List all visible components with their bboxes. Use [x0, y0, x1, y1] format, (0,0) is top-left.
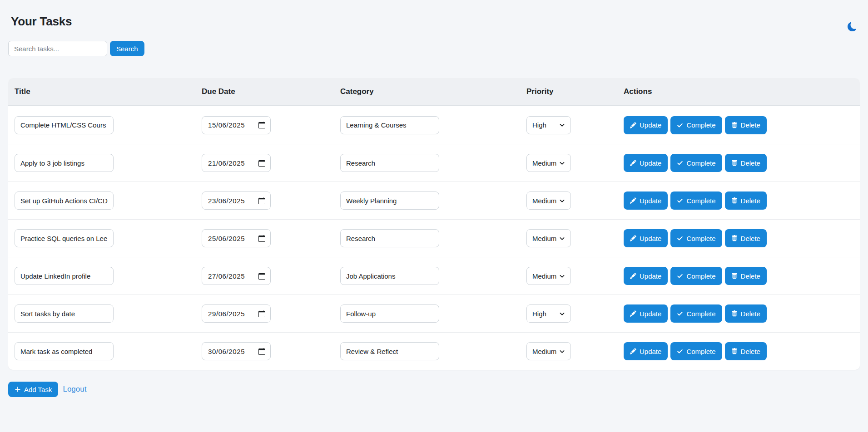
- task-title-input[interactable]: [15, 267, 114, 285]
- delete-label: Delete: [741, 310, 760, 318]
- pencil-icon: [630, 197, 636, 204]
- delete-button[interactable]: Delete: [725, 342, 767, 360]
- page-title: Your Tasks: [11, 14, 857, 29]
- task-title-input[interactable]: [15, 154, 114, 172]
- actions-cell: Update Complete Delete: [617, 191, 860, 210]
- check-icon: [677, 235, 683, 241]
- task-due-date-input[interactable]: 30/06/2025: [202, 342, 271, 360]
- task-title-input[interactable]: [15, 116, 114, 134]
- task-title-input[interactable]: [15, 304, 114, 323]
- category-cell: [334, 191, 520, 210]
- priority-select[interactable]: Medium: [526, 267, 571, 285]
- check-icon: [677, 197, 683, 204]
- delete-button[interactable]: Delete: [725, 116, 767, 134]
- dark-mode-toggle[interactable]: [846, 21, 858, 33]
- update-label: Update: [640, 310, 661, 318]
- task-due-date-input[interactable]: 29/06/2025: [202, 304, 271, 323]
- priority-cell: Medium: [520, 154, 617, 172]
- task-category-input[interactable]: [340, 342, 439, 360]
- calendar-icon[interactable]: [258, 160, 265, 167]
- complete-button[interactable]: Complete: [670, 267, 722, 285]
- category-cell: [334, 154, 520, 172]
- calendar-icon[interactable]: [258, 273, 265, 280]
- due-date-cell: 21/06/2025: [195, 154, 334, 172]
- task-due-date-input[interactable]: 27/06/2025: [202, 267, 271, 285]
- trash-icon: [731, 197, 738, 204]
- add-task-button[interactable]: Add Task: [8, 382, 58, 397]
- complete-button[interactable]: Complete: [670, 304, 722, 323]
- pencil-icon: [630, 273, 636, 279]
- task-category-input[interactable]: [340, 191, 439, 210]
- delete-label: Delete: [741, 121, 760, 129]
- table-row: 21/06/2025 Medium: [8, 144, 860, 182]
- priority-select[interactable]: High: [526, 116, 571, 134]
- complete-label: Complete: [686, 348, 715, 355]
- complete-button[interactable]: Complete: [670, 191, 722, 210]
- check-icon: [677, 310, 683, 317]
- update-label: Update: [640, 348, 661, 355]
- priority-select[interactable]: Medium: [526, 191, 571, 210]
- update-label: Update: [640, 121, 661, 129]
- update-button[interactable]: Update: [624, 304, 668, 323]
- title-cell: [8, 191, 195, 210]
- plus-icon: [15, 386, 21, 393]
- task-due-date-input[interactable]: 23/06/2025: [202, 191, 271, 210]
- update-button[interactable]: Update: [624, 229, 668, 247]
- calendar-icon[interactable]: [258, 122, 265, 128]
- priority-select[interactable]: High: [526, 304, 571, 323]
- footer-bar: Add Task Logout: [8, 382, 860, 397]
- category-cell: [334, 304, 520, 323]
- pencil-icon: [630, 235, 636, 241]
- complete-button[interactable]: Complete: [670, 342, 722, 360]
- calendar-icon[interactable]: [258, 235, 265, 242]
- update-button[interactable]: Update: [624, 267, 668, 285]
- column-header-due-date: Due Date: [195, 87, 334, 96]
- actions-cell: Update Complete Delete: [617, 154, 860, 172]
- task-category-input[interactable]: [340, 116, 439, 134]
- calendar-icon[interactable]: [258, 310, 265, 317]
- moon-icon: [848, 22, 857, 31]
- due-date-cell: 15/06/2025: [195, 116, 334, 134]
- task-category-input[interactable]: [340, 267, 439, 285]
- task-category-input[interactable]: [340, 154, 439, 172]
- title-cell: [8, 267, 195, 285]
- calendar-icon[interactable]: [258, 197, 265, 204]
- update-button[interactable]: Update: [624, 191, 668, 210]
- task-due-date-input[interactable]: 25/06/2025: [202, 229, 271, 247]
- update-label: Update: [640, 235, 661, 242]
- task-due-date-input[interactable]: 15/06/2025: [202, 116, 271, 134]
- task-due-date-input[interactable]: 21/06/2025: [202, 154, 271, 172]
- update-label: Update: [640, 272, 661, 280]
- complete-button[interactable]: Complete: [670, 154, 722, 172]
- priority-select[interactable]: Medium: [526, 154, 571, 172]
- delete-button[interactable]: Delete: [725, 154, 767, 172]
- complete-button[interactable]: Complete: [670, 229, 722, 247]
- update-button[interactable]: Update: [624, 154, 668, 172]
- priority-select[interactable]: Medium: [526, 342, 571, 360]
- column-header-priority: Priority: [520, 87, 617, 96]
- complete-button[interactable]: Complete: [670, 116, 722, 134]
- due-date-value: 25/06/2025: [208, 235, 245, 242]
- task-category-input[interactable]: [340, 229, 439, 247]
- priority-cell: Medium: [520, 229, 617, 247]
- search-button[interactable]: Search: [110, 41, 144, 56]
- update-button[interactable]: Update: [624, 342, 668, 360]
- delete-button[interactable]: Delete: [725, 304, 767, 323]
- update-button[interactable]: Update: [624, 116, 668, 134]
- task-category-input[interactable]: [340, 304, 439, 323]
- chevron-down-icon: [559, 311, 565, 317]
- delete-label: Delete: [741, 235, 760, 242]
- trash-icon: [731, 310, 738, 317]
- delete-button[interactable]: Delete: [725, 229, 767, 247]
- table-row: 25/06/2025 Medium: [8, 219, 860, 257]
- logout-link[interactable]: Logout: [63, 385, 86, 394]
- search-input[interactable]: [8, 41, 107, 56]
- delete-button[interactable]: Delete: [725, 191, 767, 210]
- calendar-icon[interactable]: [258, 348, 265, 355]
- task-title-input[interactable]: [15, 229, 114, 247]
- priority-select[interactable]: Medium: [526, 229, 571, 247]
- delete-button[interactable]: Delete: [725, 267, 767, 285]
- title-cell: [8, 342, 195, 360]
- task-title-input[interactable]: [15, 342, 114, 360]
- task-title-input[interactable]: [15, 191, 114, 210]
